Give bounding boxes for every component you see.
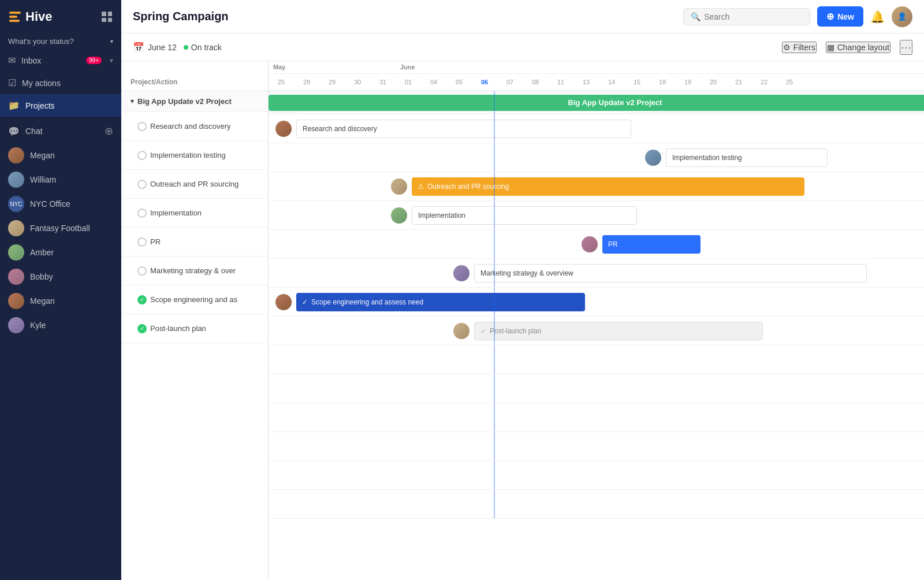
apps-grid-icon[interactable] (102, 12, 112, 22)
task-item-scope[interactable]: ✓ Scope engineering and as (121, 285, 268, 314)
gantt-bar-scope[interactable]: ✓ Scope engineering and assess need (296, 293, 585, 311)
chat-item-kyle[interactable]: Kyle (0, 313, 121, 337)
sidebar-item-chat[interactable]: 💬 Chat ⊕ (0, 119, 121, 143)
status-placeholder: What's your status? (8, 37, 74, 46)
chat-label: Chat (25, 127, 43, 136)
task-list: Project/Action ▾ Big App Update v2 Proje… (121, 61, 269, 580)
task-name-impl-test: Implementation testing (150, 151, 226, 159)
gantt-row-marketing: Marketing strategy & overview (269, 259, 924, 288)
day-30: 30 (345, 79, 370, 85)
on-track-label: On track (191, 43, 222, 52)
gantt-header: May June 25 28 29 30 31 01 (269, 61, 924, 91)
task-check-research (137, 122, 147, 131)
inbox-icon: ✉ (8, 55, 16, 66)
outreach-bar-label: Outreach and PR sourcing (427, 183, 509, 191)
gantt-row-pr: PR (269, 230, 924, 259)
gantt-bar-pr[interactable]: PR (602, 235, 701, 254)
today-line-it (494, 143, 495, 172)
status-bar[interactable]: What's your status? ▾ (0, 34, 121, 49)
sidebar: Hive What's your status? ▾ ✉ Inbox 99+ ▾… (0, 0, 121, 580)
gantt-bar-impl[interactable]: Implementation (412, 206, 637, 225)
june-label: June (396, 64, 415, 70)
user-avatar[interactable]: 👤 (892, 6, 912, 27)
main-content: Spring Campaign 🔍 ⊕ New 🔔 👤 📅 June 12 On… (121, 0, 924, 580)
chat-item-fantasy-football[interactable]: Fantasy Football (0, 216, 121, 240)
gantt-bar-project[interactable]: Big App Update v2 Project (269, 95, 924, 111)
gantt-bar-post-launch[interactable]: ✓ Post-launch plan (474, 322, 763, 340)
chat-name-bobby: Bobby (30, 272, 53, 281)
task-item-outreach[interactable]: Outreach and PR sourcing (121, 170, 268, 199)
filter-icon: ⚙ (783, 43, 791, 52)
task-check-impl (137, 209, 147, 218)
task-name-pr: PR (150, 237, 161, 246)
day-20: 20 (701, 79, 726, 85)
subheader-actions: ⚙ Filters ▦ Change layout ⋯ (782, 40, 912, 55)
sidebar-item-inbox[interactable]: ✉ Inbox 99+ ▾ (0, 49, 121, 72)
gantt-row-post-launch: ✓ Post-launch plan (269, 317, 924, 345)
task-check-impl-test (137, 151, 147, 160)
impl-bar-label: Implementation (418, 211, 465, 220)
gantt-bar-marketing[interactable]: Marketing strategy & overview (474, 264, 867, 282)
column-label: Project/Action (131, 78, 177, 86)
gantt-bar-research[interactable]: Research and discovery (296, 120, 631, 138)
task-item-pr[interactable]: PR (121, 228, 268, 256)
day-06: 06 (472, 79, 497, 85)
chat-item-amber[interactable]: Amber (0, 240, 121, 265)
chat-name-amber: Amber (30, 248, 54, 257)
gantt-row-impl: Implementation (269, 201, 924, 230)
add-chat-icon[interactable]: ⊕ (105, 125, 113, 137)
task-item-impl[interactable]: Implementation (121, 199, 268, 228)
impl-test-bar-label: Implementation testing (672, 154, 742, 162)
day-08: 08 (523, 79, 548, 85)
avatar-fantasy-football (8, 220, 24, 236)
gantt-empty-row-4 (269, 432, 924, 461)
calendar-icon: 📅 (133, 42, 144, 53)
day-01: 01 (396, 79, 421, 85)
gantt-chart[interactable]: May June 25 28 29 30 31 01 (269, 61, 924, 580)
task-item-marketing[interactable]: Marketing strategy & over (121, 256, 268, 285)
chat-icon: 💬 (8, 126, 20, 137)
day-14: 14 (599, 79, 624, 85)
new-button[interactable]: ⊕ New (817, 6, 863, 27)
sidebar-item-projects[interactable]: 📁 Projects (0, 94, 121, 117)
gantt-row-research: Research and discovery (269, 114, 924, 143)
task-name-impl: Implementation (150, 209, 202, 217)
project-bar-label: Big App Update v2 Project (568, 98, 662, 107)
projects-label: Projects (25, 101, 55, 110)
today-line-r (494, 114, 495, 143)
chat-item-megan2[interactable]: Megan (0, 289, 121, 313)
chat-name-kyle: Kyle (30, 321, 46, 330)
task-item-impl-test[interactable]: Implementation testing (121, 141, 268, 170)
task-group-header[interactable]: ▾ Big App Update v2 Project (121, 91, 268, 112)
today-line-pr (494, 230, 495, 258)
notifications-button[interactable]: 🔔 (870, 10, 885, 24)
search-box[interactable]: 🔍 (683, 8, 810, 25)
gantt-row-scope: ✓ Scope engineering and assess need (269, 288, 924, 317)
more-button[interactable]: ⋯ (900, 40, 912, 55)
task-name-marketing: Marketing strategy & over (150, 266, 236, 275)
gantt-bar-impl-test[interactable]: Implementation testing (666, 148, 828, 167)
filters-button[interactable]: ⚙ Filters (782, 42, 817, 53)
today-line-o (494, 172, 495, 200)
gantt-bar-outreach[interactable]: ⚠ Outreach and PR sourcing (412, 177, 804, 196)
sidebar-item-my-actions[interactable]: ☑ My actions (0, 72, 121, 94)
today-line (494, 91, 495, 114)
search-input[interactable] (704, 12, 796, 21)
chat-item-nyc-office[interactable]: NYC NYC Office (0, 192, 121, 216)
gantt-avatar-research (274, 120, 293, 138)
avatar-megan (8, 147, 24, 163)
change-layout-button[interactable]: ▦ Change layout (826, 42, 891, 53)
research-bar-label: Research and discovery (303, 125, 377, 133)
day-22: 22 (751, 79, 777, 85)
task-item-research[interactable]: Research and discovery (121, 112, 268, 141)
chat-item-william[interactable]: William (0, 168, 121, 192)
task-item-post-launch[interactable]: ✓ Post-launch plan (121, 314, 268, 343)
chevron-icon: ▾ (110, 57, 113, 65)
post-launch-bar-label: Post-launch plan (490, 327, 541, 335)
gantt-avatar-marketing (452, 264, 471, 282)
my-actions-icon: ☑ (8, 77, 16, 88)
day-04: 04 (421, 79, 446, 85)
chat-item-bobby[interactable]: Bobby (0, 265, 121, 289)
chat-item-megan[interactable]: Megan (0, 143, 121, 168)
pr-bar-label: PR (608, 240, 618, 248)
